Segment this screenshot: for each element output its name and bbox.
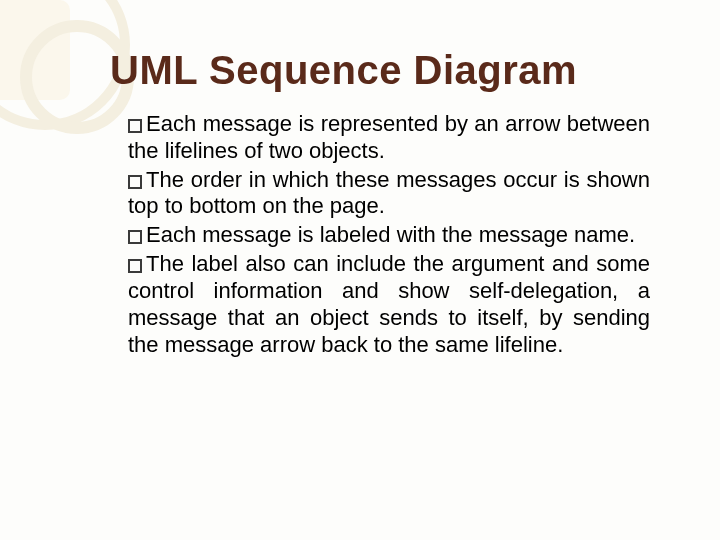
bullet-item: Each message is labeled with the message…	[128, 222, 650, 249]
bullet-item: The label also can include the argument …	[128, 251, 650, 358]
slide-body: Each message is represented by an arrow …	[110, 111, 660, 358]
slide-title: UML Sequence Diagram	[110, 48, 660, 93]
bullet-text: The order in which these messages occur …	[128, 167, 650, 219]
bullet-text: Each message is represented by an arrow …	[128, 111, 650, 163]
checkbox-bullet-icon	[128, 119, 142, 133]
checkbox-bullet-icon	[128, 230, 142, 244]
bullet-item: Each message is represented by an arrow …	[128, 111, 650, 165]
bullet-text: The label also can include the argument …	[128, 251, 650, 356]
checkbox-bullet-icon	[128, 175, 142, 189]
slide: UML Sequence Diagram Each message is rep…	[0, 0, 720, 540]
bullet-text: Each message is labeled with the message…	[146, 222, 635, 247]
checkbox-bullet-icon	[128, 259, 142, 273]
bullet-item: The order in which these messages occur …	[128, 167, 650, 221]
